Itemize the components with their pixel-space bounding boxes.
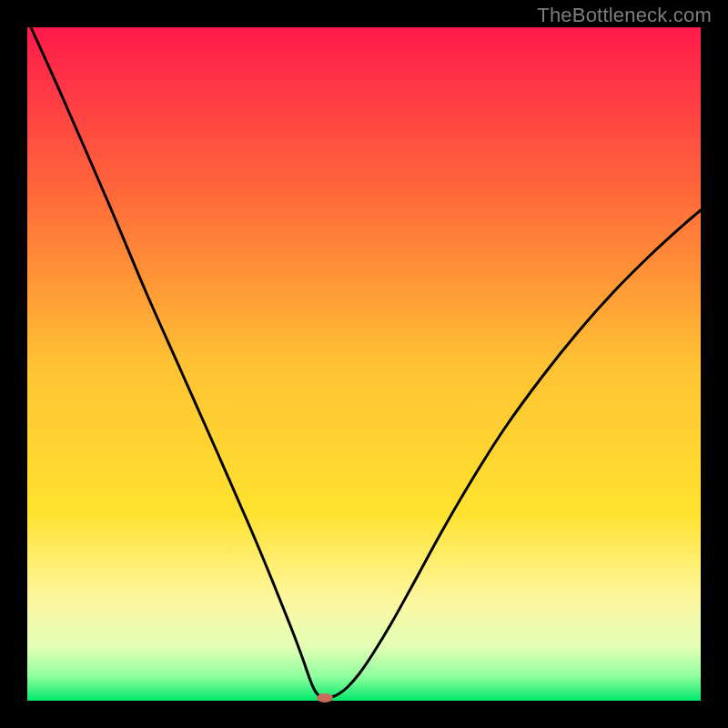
plot-area [27,27,701,701]
watermark-text: TheBottleneck.com [537,4,712,27]
chart-svg [0,0,728,728]
optimal-marker [317,693,333,703]
chart-frame: TheBottleneck.com [0,0,728,728]
